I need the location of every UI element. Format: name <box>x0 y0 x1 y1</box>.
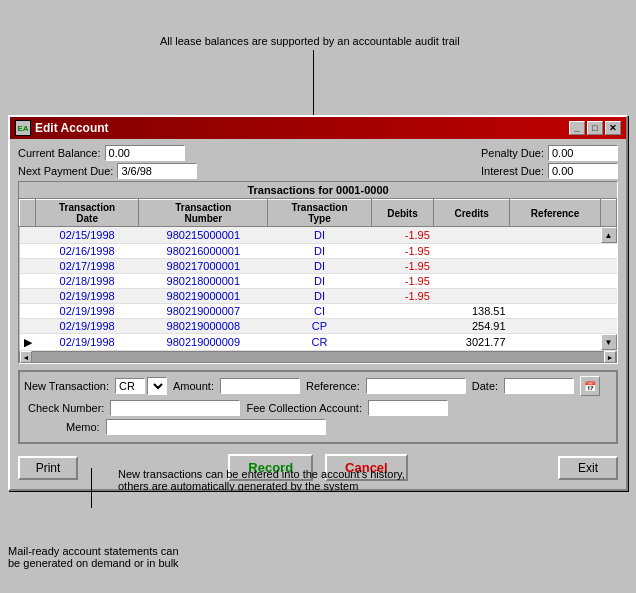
row-date[interactable]: 02/18/1998 <box>36 274 139 289</box>
annotation-line-2 <box>91 468 92 508</box>
scroll-up-button[interactable]: ▲ <box>601 227 617 243</box>
top-annotation: All lease balances are supported by an a… <box>160 35 460 47</box>
row-credit <box>434 227 510 244</box>
row-debit: -1.95 <box>371 274 434 289</box>
new-trans-label: New Transaction: <box>24 380 109 392</box>
row-date[interactable]: 02/19/1998 <box>36 304 139 319</box>
row-arrow <box>20 319 36 334</box>
next-payment-input[interactable] <box>117 163 197 179</box>
window-title: Edit Account <box>35 121 109 135</box>
row-number[interactable]: 980218000001 <box>139 274 268 289</box>
debits-header: Debits <box>371 200 434 227</box>
penalty-row: Penalty Due: <box>481 145 618 161</box>
row-debit <box>371 319 434 334</box>
row-type: DI <box>268 289 371 304</box>
print-button[interactable]: Print <box>18 456 78 480</box>
new-trans-row2: Check Number: Fee Collection Account: <box>24 400 612 416</box>
row-number[interactable]: 980216000001 <box>139 244 268 259</box>
maximize-button[interactable]: □ <box>587 121 603 135</box>
scroll-header <box>601 200 617 227</box>
credits-header: Credits <box>434 200 510 227</box>
row-debit: -1.95 <box>371 227 434 244</box>
row-scroll-cell <box>601 259 617 274</box>
horizontal-scrollbar[interactable]: ◄ ► <box>19 351 617 363</box>
current-balance-input[interactable] <box>105 145 185 161</box>
amount-input[interactable] <box>220 378 300 394</box>
row-date[interactable]: 02/19/1998 <box>36 319 139 334</box>
row-type: DI <box>268 244 371 259</box>
transactions-table-wrapper: TransactionDate TransactionNumber Transa… <box>19 199 617 351</box>
current-balance-label: Current Balance: <box>18 147 101 159</box>
row-debit <box>371 334 434 351</box>
table-row: 02/19/1998980219000008CP254.91 <box>20 319 617 334</box>
table-row: 02/18/1998980218000001DI-1.95 <box>20 274 617 289</box>
row-date[interactable]: 02/15/1998 <box>36 227 139 244</box>
row-number[interactable]: 980215000001 <box>139 227 268 244</box>
close-button[interactable]: ✕ <box>605 121 621 135</box>
reference-header: Reference <box>510 200 601 227</box>
table-row: 02/19/1998980219000007CI138.51 <box>20 304 617 319</box>
scroll-down-button[interactable]: ▼ <box>601 334 617 350</box>
row-date[interactable]: 02/19/1998 <box>36 289 139 304</box>
row-date[interactable]: 02/17/1998 <box>36 259 139 274</box>
row-reference <box>510 274 601 289</box>
next-payment-row: Next Payment Due: <box>18 163 197 179</box>
transactions-table: TransactionDate TransactionNumber Transa… <box>19 199 617 351</box>
fee-collection-input[interactable] <box>368 400 448 416</box>
exit-button[interactable]: Exit <box>558 456 618 480</box>
row-arrow <box>20 259 36 274</box>
title-bar: EA Edit Account _ □ ✕ <box>10 117 626 139</box>
next-payment-label: Next Payment Due: <box>18 165 113 177</box>
bottom-annotation-1b: others are automatically generated by th… <box>118 480 405 492</box>
row-date[interactable]: 02/19/1998 <box>36 334 139 351</box>
minimize-button[interactable]: _ <box>569 121 585 135</box>
table-row: 02/15/1998980215000001DI-1.95▲ <box>20 227 617 244</box>
transactions-title: Transactions for 0001-0000 <box>19 182 617 199</box>
calendar-button[interactable]: 📅 <box>580 376 600 396</box>
reference-input[interactable] <box>366 378 466 394</box>
row-number[interactable]: 980219000001 <box>139 289 268 304</box>
scroll-right-button[interactable]: ► <box>604 351 616 363</box>
check-number-input[interactable] <box>110 400 240 416</box>
title-bar-left: EA Edit Account <box>15 120 109 136</box>
fee-collection-label: Fee Collection Account: <box>246 402 362 414</box>
row-reference <box>510 334 601 351</box>
row-reference <box>510 244 601 259</box>
row-credit <box>434 259 510 274</box>
row-date[interactable]: 02/16/1998 <box>36 244 139 259</box>
bottom-annotation-2: Mail-ready account statements can be gen… <box>8 545 179 569</box>
row-arrow <box>20 227 36 244</box>
penalty-input[interactable] <box>548 145 618 161</box>
row-type: DI <box>268 274 371 289</box>
trans-type-wrapper: CR CI CP DI <box>115 377 167 395</box>
trans-type-input[interactable] <box>115 378 145 394</box>
check-number-label: Check Number: <box>28 402 104 414</box>
row-debit: -1.95 <box>371 244 434 259</box>
row-number[interactable]: 980219000009 <box>139 334 268 351</box>
row-scroll-cell: ▲ <box>601 227 617 244</box>
transactions-section: Transactions for 0001-0000 TransactionDa… <box>18 181 618 364</box>
transactions-body: 02/15/1998980215000001DI-1.95▲02/16/1998… <box>20 227 617 351</box>
date-input[interactable] <box>504 378 574 394</box>
memo-label: Memo: <box>66 421 100 433</box>
type-header: TransactionType <box>268 200 371 227</box>
row-credit: 3021.77 <box>434 334 510 351</box>
row-number[interactable]: 980217000001 <box>139 259 268 274</box>
row-credit: 138.51 <box>434 304 510 319</box>
checkbox-header <box>20 200 36 227</box>
table-row: 02/17/1998980217000001DI-1.95 <box>20 259 617 274</box>
row-debit <box>371 304 434 319</box>
memo-input[interactable] <box>106 419 326 435</box>
interest-input[interactable] <box>548 163 618 179</box>
new-trans-row1: New Transaction: CR CI CP DI Amount: Ref… <box>24 376 612 396</box>
row-scroll-cell: ▼ <box>601 334 617 351</box>
row-number[interactable]: 980219000007 <box>139 304 268 319</box>
trans-type-select[interactable]: CR CI CP DI <box>147 377 167 395</box>
row-credit <box>434 289 510 304</box>
scroll-left-button[interactable]: ◄ <box>20 351 32 363</box>
row-reference <box>510 304 601 319</box>
date-label: Date: <box>472 380 498 392</box>
row-number[interactable]: 980219000008 <box>139 319 268 334</box>
row-arrow: ▶ <box>20 334 36 351</box>
row-scroll-cell <box>601 274 617 289</box>
